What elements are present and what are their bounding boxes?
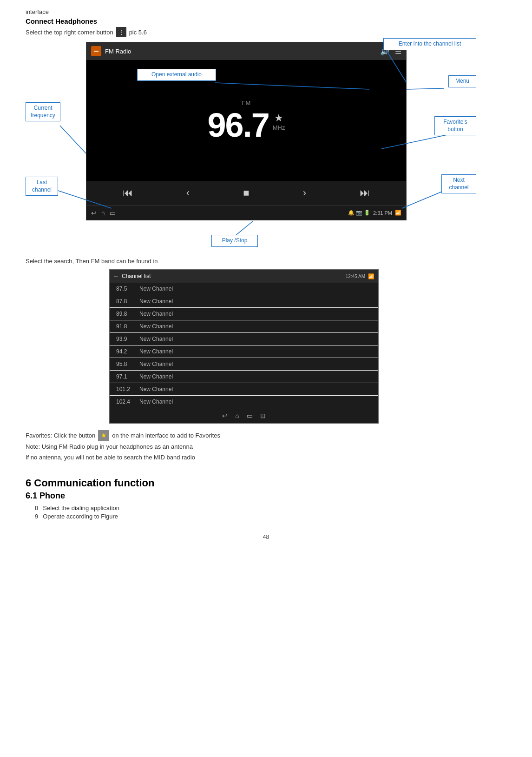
svg-line-5 — [60, 126, 86, 153]
channel-row[interactable]: 102.4New Channel — [110, 396, 378, 408]
channel-list-status-time: 12:45 AM — [346, 274, 365, 279]
cl-home-nav[interactable]: ⌂ — [235, 412, 239, 419]
subtitle-line: Select the top right corner button ⋮ pic… — [26, 27, 506, 37]
annotation-last-channel: Last channel — [26, 177, 58, 196]
svg-rect-1 — [94, 51, 99, 52]
cl-screenshot-nav[interactable]: ⊡ — [260, 412, 266, 419]
channel-rows-container: 87.5New Channel87.8New Channel89.8New Ch… — [110, 283, 378, 408]
svg-line-4 — [407, 88, 444, 89]
step-text-1: Select the dialing application — [43, 505, 119, 511]
cl-back-icon[interactable]: ← — [113, 273, 119, 279]
step-num-2: 9 — [35, 513, 38, 520]
fm-frequency-display: 96.7 ★ MHz — [208, 108, 285, 142]
pic-label: pic 5.6 — [129, 29, 147, 36]
fm-frequency-number: 96.7 — [208, 108, 269, 142]
fm-main-area: FM 96.7 ★ MHz — [86, 60, 406, 181]
channel-name: New Channel — [139, 373, 173, 380]
page-number: 48 — [26, 534, 506, 540]
fm-app-title: FM Radio — [105, 48, 380, 55]
channel-freq: 94.2 — [116, 348, 139, 355]
channel-row[interactable]: 91.8New Channel — [110, 320, 378, 333]
fm-star-icon[interactable]: ★ — [274, 112, 283, 124]
subtitle-text: Select the top right corner button — [26, 29, 113, 36]
connect-headphones-title: Connect Headphones — [26, 17, 506, 25]
favorites-text2: on the main interface to add to Favorite… — [112, 430, 220, 441]
channel-list-title: Channel list — [122, 273, 346, 279]
status-nav-icons: ↩ ⌂ ▭ — [91, 209, 116, 217]
favorites-text1: Favorites: Click the button — [26, 430, 95, 441]
page-wrapper: interface Connect Headphones Select the … — [0, 0, 532, 757]
note1-text: Note: Using FM Radio plug in your headph… — [26, 441, 506, 452]
signal-icons: 📶 — [395, 210, 401, 216]
fm-status-bar: ↩ ⌂ ▭ 🔔 📷 🔋 2:31 PM 📶 — [86, 205, 406, 220]
channel-row[interactable]: 93.9New Channel — [110, 333, 378, 345]
fav-star-icon: ★ — [101, 430, 107, 441]
channel-row[interactable]: 97.1New Channel — [110, 371, 378, 383]
fm-label: FM — [242, 100, 251, 106]
channel-name: New Channel — [139, 298, 173, 305]
menu-icon-inline: ⋮ — [116, 27, 126, 37]
annotation-menu: Menu — [448, 75, 476, 87]
status-right-area: 🔔 📷 🔋 2:31 PM 📶 — [348, 210, 401, 216]
recent-nav-icon[interactable]: ▭ — [110, 209, 116, 217]
fav-star-box: ★ — [98, 430, 109, 441]
channel-freq: 93.9 — [116, 336, 139, 342]
channel-freq: 87.5 — [116, 286, 139, 292]
back-nav-icon[interactable]: ↩ — [91, 209, 97, 217]
cl-recent-nav[interactable]: ▭ — [247, 412, 253, 419]
status-icons: 🔔 📷 🔋 — [348, 210, 370, 216]
last-channel-button[interactable]: ⏮ — [123, 187, 133, 199]
channel-row[interactable]: 87.5New Channel — [110, 283, 378, 295]
play-stop-button[interactable]: ■ — [243, 187, 249, 199]
home-nav-icon[interactable]: ⌂ — [101, 209, 105, 217]
channel-row[interactable]: 95.8New Channel — [110, 358, 378, 371]
channel-name: New Channel — [139, 386, 173, 392]
channel-row[interactable]: 94.2New Channel — [110, 345, 378, 358]
cl-signal-icon: 📶 — [368, 273, 374, 279]
channel-row[interactable]: 89.8New Channel — [110, 308, 378, 320]
next-channel-button[interactable]: ⏭ — [360, 187, 370, 199]
svg-line-9 — [235, 221, 253, 236]
channel-freq: 97.1 — [116, 373, 139, 380]
seek-back-button[interactable]: ‹ — [186, 187, 190, 199]
channel-freq: 102.4 — [116, 398, 139, 405]
fm-controls: ⏮ ‹ ■ › ⏭ — [86, 181, 406, 205]
fm-app-icon — [91, 46, 101, 56]
communication-section: 6 Communication function 6.1 Phone 8 Sel… — [26, 477, 506, 520]
channel-name: New Channel — [139, 348, 173, 355]
channel-row[interactable]: 87.8New Channel — [110, 295, 378, 308]
channel-name: New Channel — [139, 311, 173, 317]
favorites-section: Favorites: Click the button ★ on the mai… — [26, 430, 506, 463]
annotation-favorites-button: Favorite's button — [434, 116, 476, 135]
annotation-current-frequency: Current frequency — [26, 102, 60, 121]
channel-freq: 89.8 — [116, 311, 139, 317]
channel-row[interactable]: 101.2New Channel — [110, 383, 378, 396]
channel-freq: 95.8 — [116, 361, 139, 367]
channel-name: New Channel — [139, 286, 173, 292]
search-text: Select the search, Then FM band can be f… — [26, 258, 506, 265]
fm-radio-screenshot: FM Radio 🔊 ☰ FM 96.7 ★ MHz — [86, 42, 407, 220]
comm-step-1: 8 Select the dialing application — [35, 505, 506, 511]
channel-list-bottom-bar: ↩ ⌂ ▭ ⊡ — [110, 408, 378, 423]
favorites-line: Favorites: Click the button ★ on the mai… — [26, 430, 506, 441]
comm-section-title: 6 Communication function — [26, 477, 506, 489]
channel-freq: 91.8 — [116, 323, 139, 330]
cl-back-nav[interactable]: ↩ — [222, 412, 228, 419]
comm-step-2: 9 Operate according to Figure — [35, 513, 506, 520]
status-time: 2:31 PM — [373, 210, 392, 216]
annotation-enter-channel-list: Enter into the channel list — [383, 38, 476, 50]
seek-forward-button[interactable]: › — [303, 187, 306, 199]
note2-text: If no antenna, you will not be able to s… — [26, 452, 506, 463]
fm-top-bar: FM Radio 🔊 ☰ — [86, 42, 406, 60]
fm-mhz-label: MHz — [273, 124, 285, 131]
step-num-1: 8 — [35, 505, 38, 511]
fm-star-mhz: ★ MHz — [273, 108, 285, 131]
annotation-open-external-audio: Open external audio — [137, 69, 216, 81]
channel-freq: 101.2 — [116, 386, 139, 392]
comm-steps-list: 8 Select the dialing application 9 Opera… — [26, 505, 506, 520]
channel-list-screenshot: ← Channel list 12:45 AM 📶 87.5New Channe… — [109, 269, 379, 424]
comm-phone-title: 6.1 Phone — [26, 491, 506, 501]
annotation-play-stop: Play /Stop — [211, 235, 258, 247]
annotation-next-channel: Next channel — [441, 174, 476, 193]
channel-name: New Channel — [139, 398, 173, 405]
